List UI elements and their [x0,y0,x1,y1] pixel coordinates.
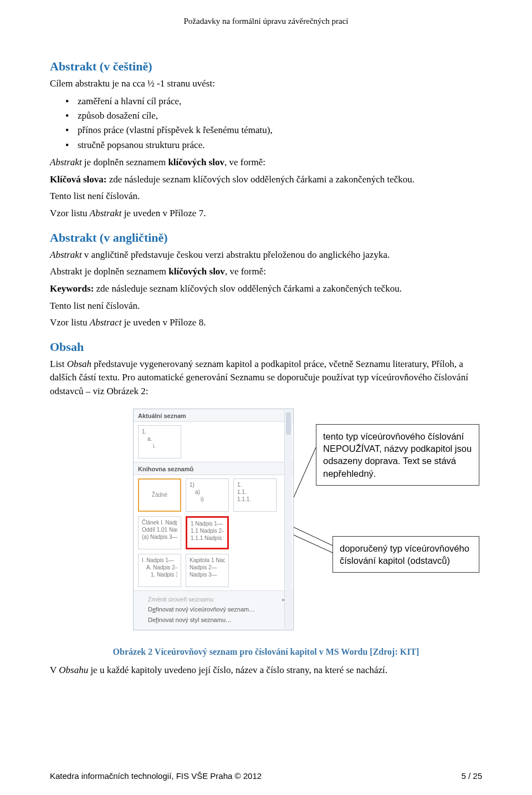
text: D [148,606,152,613]
text: Kapitola 1 Nad [190,557,225,564]
text: zde následuje seznam klíčových slov oddě… [106,174,415,185]
callout-nepouzivat: tento typ víceúrovňového číslování NEPOU… [316,424,479,486]
text: Abstrakt [50,157,82,167]
text: Vzor listu [50,317,90,328]
paragraph: Klíčová slova: zde následuje seznam klíč… [50,173,482,187]
text: i. [142,442,177,450]
text: v angličtině představuje českou verzi ab… [82,249,390,260]
heading-abstrakt-cz: Abstrakt (v češtině) [50,59,482,74]
callout-doporuceny: doporučený typ víceúrovňového číslování … [332,536,479,573]
list-item: způsob dosažení cíle, [78,109,482,123]
paragraph: Abstrakt v angličtině představuje českou… [50,248,482,262]
paragraph: Vzor listu Abstrakt je uveden v Příloze … [50,207,482,221]
menu-item-define-new-list[interactable]: Definovat nový víceúrovňový seznam… [148,604,289,615]
menu-item-change-level[interactable]: Změnit úroveň seznamu▸ [148,594,289,605]
text: je doplněn seznamem [82,157,168,167]
text: Nadpis 2— [190,564,225,571]
running-header: Požadavky na formální úpravu závěrečných… [50,17,482,26]
paragraph: Abstrakt je doplněn seznamem klíčových s… [50,265,482,279]
text: 1.1. [237,488,273,496]
text: Oddíl 1.01 Nad [142,526,177,533]
text: A. Nadpis 2— [142,564,177,571]
paragraph: Keywords: zde následuje seznam klíčových… [50,282,482,296]
heading-abstrakt-en: Abstrakt (v angličtině) [50,231,482,245]
text: 1.1.1. [237,496,273,503]
paragraph: V Obsahu je u každé kapitoly uvedeno jej… [50,664,482,677]
text: Nadpis 3— [190,571,225,578]
text: 1. [237,481,273,488]
text: a. [142,435,177,442]
panel-section-library: Knihovna seznamů [134,462,293,475]
text: 1. [142,428,177,435]
text: Žádné [152,491,167,498]
list-style-tile-none[interactable]: Žádné [138,478,181,512]
text: Abstrakt je doplněn seznamem [50,266,168,277]
figure-caption: Obrázek 2 Víceúrovňový seznam pro číslov… [50,647,482,657]
text: je u každé kapitoly uvedeno její číslo, … [88,665,387,675]
text: I. Nadpis 1— [142,557,177,564]
text: 1) [190,481,225,488]
text: 1.1 Nadpis 2— [191,527,224,534]
text: představuje vygenerovaný seznam kapitol … [50,359,468,396]
list-style-tile-current[interactable]: 1. a. i. [138,425,181,458]
text: Klíčová slova: [50,174,106,185]
text: Abstract [90,317,122,328]
list-style-tile-clanek[interactable]: Článek I. Nadp Oddíl 1.01 Nad (a) Nadpis… [138,516,181,549]
text: Abstrakt [50,249,82,260]
list-style-tile-kapitola[interactable]: Kapitola 1 Nad Nadpis 2— Nadpis 3— [186,554,229,587]
list-item: stručně popsanou strukturu práce. [78,138,482,152]
text: Obsah [67,359,91,369]
paragraph: Tento list není číslován. [50,190,482,203]
paragraph: Abstrakt je doplněn seznamem klíčových s… [50,156,482,170]
list-style-tile-1ai[interactable]: 1) a) i) [186,478,229,512]
text: finovat nový víceúrovňový seznam… [156,606,255,613]
list-item: zaměření a hlavní cíl práce, [78,94,482,109]
chevron-right-icon: ▸ [282,594,285,605]
list-item: přínos práce (vlastní příspěvek k řešené… [78,123,482,137]
list-style-tile-roman[interactable]: I. Nadpis 1— A. Nadpis 2— 1. Nadpis 3— [138,554,181,587]
heading-obsah: Obsah [50,340,482,354]
text: Obsahu [59,665,88,675]
text: zde následuje seznam klíčových slov oddě… [94,283,402,294]
text: inovat nový styl seznamu… [157,616,232,623]
text: 1.1.1 Nadpis 3— [191,534,224,542]
footer-left: Katedra informačních technologií, FIS VŠ… [50,771,262,781]
panel-section-current: Aktuální seznam [134,409,293,421]
text: 1 Nadpis 1— [191,520,224,527]
text: V [50,665,59,675]
text: Změnit úroveň seznamu [148,596,213,603]
text: 1. Nadpis 3— [142,571,177,578]
text: De [148,616,156,623]
text: klíčových slov [168,157,224,167]
paragraph: Tento list není číslován. [50,299,482,313]
word-list-library-panel: Aktuální seznam 1. a. i. Knihovna seznam… [133,409,294,630]
text: Abstrakt [90,208,122,218]
text: Vzor listu [50,208,90,218]
figure-wrapper: Aktuální seznam 1. a. i. Knihovna seznam… [50,409,482,641]
text: , ve formě: [224,157,265,167]
paragraph: List Obsah představuje vygenerovaný sezn… [50,358,482,399]
list-style-tile-nadpis-highlighted[interactable]: 1 Nadpis 1— 1.1 Nadpis 2— 1.1.1 Nadpis 3… [186,516,229,549]
bullet-list: zaměření a hlavní cíl práce, způsob dosa… [50,94,482,152]
text: je uveden v Příloze 7. [121,208,206,218]
svg-line-0 [294,447,316,497]
list-style-tile-111[interactable]: 1. 1.1. 1.1.1. [233,478,277,512]
paragraph: Vzor listu Abstract je uveden v Příloze … [50,316,482,330]
svg-line-2 [294,527,334,546]
text: List [50,359,67,369]
text: klíčových slov [168,266,225,277]
text: (a) Nadpis 3— [142,533,177,541]
text: Keywords: [50,283,94,294]
text: Článek I. Nadp [142,519,177,526]
text: i) [190,496,225,503]
menu-item-define-new-style[interactable]: Definovat nový styl seznamu… [148,615,289,625]
text: je uveden v Příloze 8. [121,317,206,328]
footer-page-number: 5 / 25 [461,771,482,781]
svg-line-1 [294,535,332,553]
text: a) [190,488,225,496]
paragraph: Cílem abstraktu je na cca ½ -1 stranu uv… [50,77,482,91]
text: , ve formě: [225,266,266,277]
page-footer: Katedra informačních technologií, FIS VŠ… [50,771,482,781]
